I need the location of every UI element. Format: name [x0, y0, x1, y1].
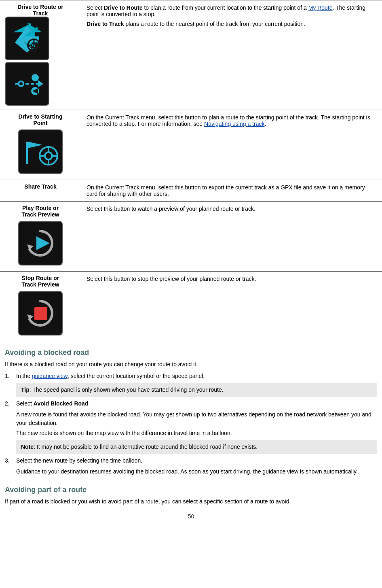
step-3: 3. Select the new route by selecting the…	[5, 456, 377, 465]
svg-rect-34	[34, 307, 47, 320]
term-stop-preview: Stop Route orTrack Preview	[5, 275, 76, 288]
step-1-text: In the guidance view, select the current…	[16, 372, 205, 380]
note-box-1: Note: It may not be possible to find an …	[16, 440, 377, 454]
section-avoiding-part-of-route: Avoiding part of a route If part of a ro…	[0, 486, 382, 506]
icon-play-preview	[18, 221, 63, 265]
svg-point-26	[45, 152, 52, 159]
step-2-sub1: A new route is found that avoids the blo…	[16, 410, 377, 427]
term-play-preview: Play Route orTrack Preview	[5, 205, 76, 218]
drive-route-top-icon	[9, 20, 45, 57]
table-row-share-track: Share Track On the Current Track menu, s…	[0, 180, 382, 202]
note-label: Note	[21, 444, 34, 450]
svg-marker-24	[28, 142, 42, 148]
svg-rect-23	[26, 142, 28, 164]
guidance-view-link[interactable]: guidance view	[32, 373, 68, 379]
desc-share-track: On the Current Track menu, select this b…	[81, 180, 382, 202]
section-avoiding-blocked-road: Avoiding a blocked road If there is a bl…	[0, 348, 382, 476]
step-2-sub2: The new route is shown on the map view w…	[16, 429, 377, 437]
svg-marker-32	[36, 236, 50, 250]
step-2: 2. Select Avoid Blocked Road.	[5, 399, 377, 408]
icon-drive-to-route	[5, 17, 76, 106]
svg-marker-33	[27, 314, 34, 320]
step-3-text: Select the new route by selecting the ti…	[16, 456, 142, 465]
svg-marker-31	[27, 244, 34, 250]
page-footer: 50	[0, 513, 382, 520]
step-3-num: 3.	[5, 456, 16, 465]
step-1: 1. In the guidance view, select the curr…	[5, 372, 377, 380]
my-route-link[interactable]: My Route	[308, 4, 333, 11]
table-row-stop-preview: Stop Route orTrack Preview Select this b…	[0, 272, 382, 342]
term-drive-to-route: Drive to Route orTrack	[5, 4, 76, 17]
page-number: 50	[188, 513, 194, 520]
tip-label: Tip	[21, 386, 30, 393]
icon-drive-to-start	[18, 129, 63, 174]
term-share-track: Share Track	[5, 183, 76, 190]
note-text: : It may not be possible to find an alte…	[34, 444, 257, 450]
intro-avoiding-part-of-route: If part of a road is blocked or you wish…	[0, 497, 382, 506]
desc-drive-to-route: Select Drive to Route to plan a route fr…	[81, 0, 382, 110]
navigating-track-link[interactable]: Navigating using a track	[204, 121, 264, 127]
svg-point-20	[32, 74, 39, 81]
steps-list: 1. In the guidance view, select the curr…	[0, 372, 382, 476]
table-row-drive-to-start: Drive to StartingPoint On the Current Tr…	[0, 110, 382, 180]
step-1-num: 1.	[5, 372, 16, 380]
desc-play-preview: Select this button to watch a preview of…	[81, 202, 382, 272]
svg-marker-17	[38, 80, 43, 87]
heading-avoiding-part-of-route: Avoiding part of a route	[5, 486, 377, 494]
table-row-play-preview: Play Route orTrack Preview Select this b…	[0, 202, 382, 272]
svg-point-19	[19, 82, 23, 85]
step-2-text: Select Avoid Blocked Road.	[16, 399, 90, 408]
drive-route-bottom-icon	[9, 66, 45, 102]
desc-drive-to-start: On the Current Track menu, select this b…	[81, 110, 382, 180]
tip-box-1: Tip: The speed panel is only shown when …	[16, 383, 377, 397]
icon-stop-preview	[18, 291, 63, 335]
heading-avoiding-blocked-road: Avoiding a blocked road	[5, 348, 377, 357]
step-3-sub1: Guidance to your destination resumes avo…	[16, 467, 377, 476]
step-2-num: 2.	[5, 399, 16, 408]
intro-avoiding-blocked-road: If there is a blocked road on your route…	[0, 360, 382, 369]
tip-text: : The speed panel is only shown when you…	[30, 386, 224, 393]
table-row-drive-to-route: Drive to Route orTrack	[0, 0, 382, 110]
term-drive-to-start: Drive to StartingPoint	[5, 113, 76, 126]
desc-stop-preview: Select this button to stop the preview o…	[81, 272, 382, 342]
